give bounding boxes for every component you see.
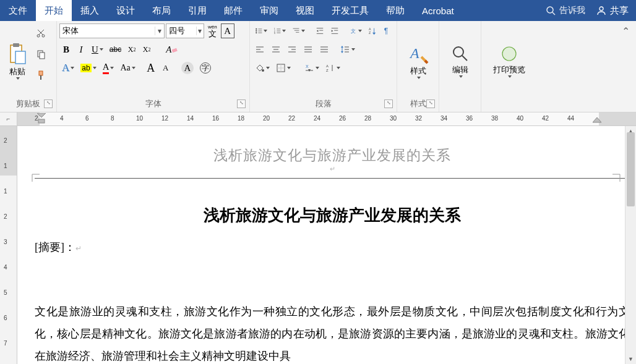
- ruler-tick: 12: [161, 115, 168, 122]
- italic-button[interactable]: I: [74, 42, 88, 57]
- bullets-icon: [255, 26, 262, 36]
- decrease-indent-button[interactable]: [313, 23, 327, 38]
- text-effects-button[interactable]: A: [59, 61, 77, 75]
- tab-acrobat[interactable]: Acrobat: [413, 0, 463, 21]
- scrollbar-vertical[interactable]: ▲ ▼: [625, 126, 636, 364]
- svg-text:A: A: [409, 45, 419, 61]
- align-distributed-button[interactable]: [317, 42, 332, 57]
- brush-icon: [36, 70, 46, 80]
- char-border-button[interactable]: A: [221, 23, 234, 38]
- styles-button[interactable]: A 样式: [403, 23, 433, 98]
- clipboard-launcher[interactable]: ⤡: [44, 99, 53, 108]
- indent-marker-first[interactable]: [37, 113, 46, 124]
- superscript-button[interactable]: X2: [140, 42, 153, 57]
- line-spacing-button[interactable]: [338, 42, 358, 57]
- tab-developer[interactable]: 开发工具: [323, 0, 377, 21]
- tab-mailings[interactable]: 邮件: [215, 0, 251, 21]
- clear-formatting-button[interactable]: A: [163, 42, 180, 57]
- print-preview-button[interactable]: 打印预览: [489, 23, 529, 98]
- highlight-button[interactable]: ab: [78, 61, 98, 75]
- cut-button[interactable]: [33, 26, 48, 41]
- doc-title[interactable]: 浅析旅游文化与旅游产业发展的关系: [35, 205, 630, 226]
- align-justify-button[interactable]: [301, 42, 316, 57]
- font-name-input[interactable]: [60, 27, 155, 36]
- vruler-tick: 7: [4, 340, 7, 347]
- align-right-button[interactable]: [285, 42, 299, 57]
- shrink-font-button[interactable]: A: [159, 61, 173, 75]
- svg-text:3: 3: [274, 32, 275, 35]
- page-corner-tr: [611, 173, 621, 183]
- doc-abstract-label[interactable]: [摘要]：↵: [35, 240, 630, 255]
- ruler-tick: 40: [517, 115, 523, 122]
- tab-file[interactable]: 文件: [0, 0, 36, 21]
- svg-rect-4: [13, 43, 19, 47]
- tab-insert[interactable]: 插入: [72, 0, 108, 21]
- tab-help[interactable]: 帮助: [377, 0, 413, 21]
- ruler-tick: 36: [466, 115, 473, 122]
- grow-font-button[interactable]: A: [144, 61, 158, 75]
- select-pane-button[interactable]: AZ: [323, 61, 343, 75]
- sort-button[interactable]: AZ: [366, 23, 379, 38]
- tab-review[interactable]: 审阅: [251, 0, 287, 21]
- tab-design[interactable]: 设计: [108, 0, 144, 21]
- phonetic-guide-button[interactable]: wén文: [205, 23, 220, 38]
- increase-indent-button[interactable]: [328, 23, 342, 38]
- ruler-tick: 10: [136, 115, 143, 122]
- font-launcher[interactable]: ⤡: [237, 99, 246, 108]
- doc-body-paragraph[interactable]: 文化是旅游业的灵魂和支柱，旅游文化作为一种独立的文化形态，最外层是物质文化，中间…: [35, 300, 630, 364]
- page-viewport[interactable]: 浅析旅游文化与旅游产业发展的关系 ↵ 浅析旅游文化与旅游产业发展的关系 [摘要]…: [17, 126, 636, 364]
- align-right-icon: [287, 44, 297, 54]
- paragraph-launcher[interactable]: ⤡: [384, 99, 393, 108]
- snap-to-grid-button[interactable]: X: [302, 61, 322, 75]
- indent-marker-right[interactable]: [593, 117, 601, 124]
- ruler-tick: 8: [111, 115, 114, 122]
- select-icon: AZ: [325, 63, 335, 73]
- strikethrough-button[interactable]: abc: [107, 42, 124, 57]
- align-left-button[interactable]: [252, 42, 267, 57]
- scroll-down-arrow[interactable]: ▼: [625, 354, 636, 364]
- align-center-button[interactable]: [269, 42, 283, 57]
- char-shading-button[interactable]: A: [179, 61, 196, 75]
- styles-launcher[interactable]: ⤡: [426, 99, 435, 108]
- multilevel-icon: [292, 26, 299, 36]
- format-painter-button[interactable]: [33, 68, 48, 83]
- clipboard-group-label: 剪贴板: [16, 99, 40, 108]
- font-size-input[interactable]: [166, 27, 196, 36]
- bold-button[interactable]: B: [59, 42, 73, 57]
- scroll-thumb[interactable]: [627, 132, 635, 206]
- multilevel-list-button[interactable]: [290, 23, 307, 38]
- borders-button[interactable]: [273, 61, 293, 75]
- collapse-ribbon-button[interactable]: ⌃: [619, 23, 632, 38]
- font-name-combo[interactable]: ▾: [59, 23, 165, 38]
- paste-button[interactable]: 粘贴: [2, 23, 32, 98]
- copy-button[interactable]: [33, 47, 48, 62]
- vruler-tick: 5: [4, 289, 7, 296]
- svg-rect-5: [15, 51, 25, 64]
- share-button[interactable]: 共享: [596, 5, 629, 17]
- editing-button[interactable]: 编辑: [445, 23, 475, 98]
- show-marks-button[interactable]: ¶: [380, 23, 394, 38]
- eraser-icon: [171, 46, 178, 53]
- shading-button[interactable]: [252, 61, 272, 75]
- subscript-button[interactable]: X2: [125, 42, 139, 57]
- tell-me-search[interactable]: 告诉我: [546, 5, 585, 16]
- tab-view[interactable]: 视图: [287, 0, 323, 21]
- font-group-label: 字体: [145, 99, 161, 108]
- change-case-button[interactable]: Aa: [118, 61, 137, 75]
- numbering-button[interactable]: 123: [271, 23, 288, 38]
- ruler-horizontal[interactable]: ⌐ 24681012141618202224262830323436384042…: [0, 112, 636, 126]
- tab-layout[interactable]: 布局: [144, 0, 179, 21]
- page: 浅析旅游文化与旅游产业发展的关系 ↵ 浅析旅游文化与旅游产业发展的关系 [摘要]…: [35, 126, 630, 364]
- font-size-combo[interactable]: ▾: [166, 23, 204, 38]
- ruler-vertical[interactable]: 211234567: [0, 126, 17, 364]
- asian-layout-button[interactable]: 文: [347, 23, 364, 38]
- underline-button[interactable]: U: [89, 42, 106, 57]
- bullets-button[interactable]: [252, 23, 270, 38]
- styles-label: 样式: [410, 66, 426, 77]
- tab-home[interactable]: 开始: [36, 0, 72, 21]
- enclose-chars-button[interactable]: 字: [197, 61, 213, 75]
- tab-references[interactable]: 引用: [179, 0, 215, 21]
- font-color-button[interactable]: A: [100, 61, 117, 75]
- doc-header-text[interactable]: 浅析旅游文化与旅游产业发展的关系: [35, 146, 630, 165]
- svg-point-76: [453, 47, 463, 57]
